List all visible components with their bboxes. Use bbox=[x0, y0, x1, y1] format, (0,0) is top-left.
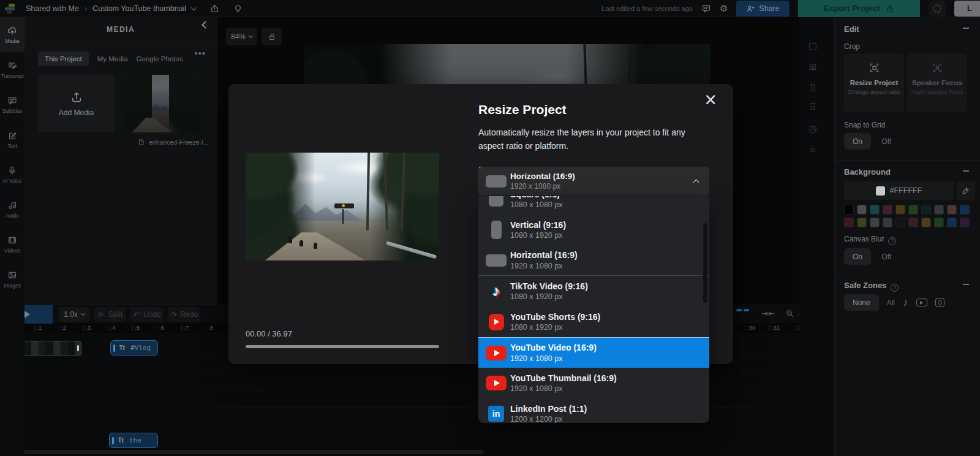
safe-zone-all-button[interactable]: All bbox=[887, 298, 895, 307]
snap-off-button[interactable]: Off bbox=[873, 133, 900, 150]
size-option[interactable]: Vertical (9:16) 1080 x 1920 px bbox=[478, 215, 709, 245]
blur-off-button[interactable]: Off bbox=[873, 248, 900, 265]
palette-swatch[interactable] bbox=[857, 205, 867, 215]
share-button[interactable]: Share bbox=[736, 1, 789, 17]
clip-handle[interactable] bbox=[113, 344, 115, 352]
sidebar-item-videos[interactable]: Videos bbox=[0, 227, 24, 262]
project-title[interactable]: Custom YouTube thumbnail bbox=[92, 4, 186, 13]
palette-swatch[interactable] bbox=[895, 205, 905, 215]
palette-swatch[interactable] bbox=[934, 205, 944, 215]
palette-swatch[interactable] bbox=[947, 218, 957, 227]
canvas-blur-label: Canvas Blur bbox=[844, 235, 975, 245]
fit-clips-icon[interactable]: ⇥⇤ bbox=[761, 309, 775, 318]
sidebar-item-transcript[interactable]: Transcript bbox=[0, 52, 24, 87]
palette-swatch[interactable] bbox=[895, 218, 905, 227]
chevron-down-icon[interactable] bbox=[191, 4, 197, 10]
eyedropper-button[interactable] bbox=[957, 181, 975, 200]
palette-swatch[interactable] bbox=[947, 205, 957, 215]
phone-icon[interactable]: ▯ bbox=[807, 81, 819, 93]
zoom-out-icon[interactable] bbox=[785, 309, 794, 318]
resize-project-card[interactable]: Resize Project Change aspect ratio bbox=[844, 54, 904, 112]
ruler-tick: :1 bbox=[34, 325, 59, 331]
palette-swatch[interactable] bbox=[844, 218, 854, 227]
playback-speed-dropdown[interactable]: 1.0x bbox=[59, 307, 89, 322]
timer-icon[interactable]: ◷ bbox=[807, 123, 819, 135]
text-layer-icon: Tt bbox=[119, 344, 125, 351]
upload-icon[interactable] bbox=[210, 4, 219, 13]
help-icon[interactable] bbox=[891, 284, 899, 292]
undo-button[interactable]: ↶Undo bbox=[130, 307, 164, 322]
kapwing-logo[interactable] bbox=[5, 3, 17, 14]
clip-handle[interactable] bbox=[112, 437, 114, 444]
document-icon[interactable]: ▢ bbox=[807, 40, 819, 52]
snap-on-button[interactable]: On bbox=[844, 133, 871, 150]
help-icon[interactable] bbox=[888, 237, 896, 245]
dropdown-scrollbar[interactable] bbox=[703, 223, 707, 303]
comments-icon[interactable] bbox=[701, 4, 711, 13]
text-clip-the[interactable]: Tt the bbox=[109, 433, 158, 448]
sidebar-item-text[interactable]: Text bbox=[0, 122, 24, 157]
blur-on-button[interactable]: On bbox=[844, 248, 871, 265]
safe-zone-none-button[interactable]: None bbox=[844, 294, 879, 311]
palette-swatch[interactable] bbox=[908, 218, 918, 227]
palette-swatch[interactable] bbox=[960, 218, 970, 227]
sidebar-item-ai-voice[interactable]: AI Voice bbox=[0, 157, 24, 192]
palette-swatch[interactable] bbox=[857, 218, 867, 227]
text-clip-vlog[interactable]: Tt #Vlog bbox=[110, 340, 158, 355]
size-option[interactable]: YouTube Thumbnail (16:9) 1920 x 1080 px bbox=[478, 368, 709, 398]
tab-this-project[interactable]: This Project bbox=[38, 51, 89, 66]
grid-icon[interactable]: ⠿ bbox=[807, 101, 819, 113]
user-avatar[interactable]: L bbox=[954, 1, 980, 17]
size-option[interactable]: Horizontal (16:9) 1920 x 1080 px bbox=[478, 245, 709, 276]
palette-swatch[interactable] bbox=[883, 218, 892, 227]
youtube-safe-zone-icon[interactable] bbox=[916, 298, 927, 306]
collapse-section-icon[interactable] bbox=[963, 170, 969, 172]
add-media-button[interactable]: Add Media bbox=[38, 75, 115, 132]
settings-gear-icon[interactable]: ⚙ bbox=[720, 3, 728, 14]
sidebar-item-subtitles[interactable]: Subtitles bbox=[0, 87, 24, 122]
size-option[interactable]: LinkedIn Post (1:1) 1200 x 1200 px bbox=[478, 398, 709, 423]
palette-swatch[interactable] bbox=[908, 205, 918, 215]
palette-swatch[interactable] bbox=[870, 218, 880, 227]
breadcrumb-root[interactable]: Shared with Me bbox=[26, 4, 79, 13]
size-select[interactable]: Horizontal (16:9) 1920 x 1080 px bbox=[478, 167, 709, 196]
sidebar-item-media[interactable]: Media bbox=[0, 17, 24, 52]
unlock-button[interactable] bbox=[262, 28, 282, 45]
speaker-focus-card[interactable]: Speaker Focus Apply speaker focus bbox=[907, 54, 967, 112]
collapse-panel-icon[interactable] bbox=[202, 21, 209, 29]
thumbnail-image bbox=[124, 75, 201, 132]
tiktok-safe-zone-icon[interactable] bbox=[903, 297, 908, 309]
color-hex-input[interactable]: #FFFFFF bbox=[844, 181, 954, 200]
palette-swatch[interactable] bbox=[960, 205, 970, 215]
palette-swatch[interactable] bbox=[934, 218, 944, 227]
tab-google-photos[interactable]: Google Photos bbox=[137, 51, 183, 66]
sidebar-item-images[interactable]: Images bbox=[0, 262, 24, 297]
magnetic-snap-icon[interactable] bbox=[735, 309, 750, 311]
crop-icon[interactable]: ⊞ bbox=[807, 61, 819, 73]
more-options-icon[interactable]: ••• bbox=[194, 48, 206, 58]
redo-button[interactable]: ↷Redo bbox=[168, 307, 200, 322]
media-thumbnail[interactable] bbox=[124, 75, 201, 132]
collapse-section-icon[interactable] bbox=[963, 28, 969, 29]
media-file-row[interactable]: enhanced-Freeze-I... bbox=[138, 139, 224, 146]
layers-icon[interactable]: ≡ bbox=[807, 143, 819, 155]
sidebar-item-audio[interactable]: Audio bbox=[0, 192, 24, 227]
palette-swatch[interactable] bbox=[883, 205, 892, 215]
size-option[interactable]: YouTube Video (16:9) 1920 x 1080 px bbox=[478, 337, 709, 368]
instagram-safe-zone-icon[interactable] bbox=[935, 298, 944, 307]
size-option[interactable]: TikTok Video (9:16) 1080 x 1920 px bbox=[478, 276, 709, 306]
palette-swatch[interactable] bbox=[870, 205, 880, 215]
zoom-level-dropdown[interactable]: 84% bbox=[226, 28, 257, 45]
split-button[interactable]: Split bbox=[94, 307, 126, 322]
size-option[interactable]: YouTube Shorts (9:16) 1080 x 1920 px bbox=[478, 306, 709, 337]
timeline-horizontal-scrollbar[interactable] bbox=[6, 450, 484, 454]
collapse-section-icon[interactable] bbox=[963, 284, 969, 285]
palette-swatch[interactable] bbox=[921, 218, 931, 227]
export-project-button[interactable]: Export Project bbox=[798, 0, 920, 17]
palette-swatch[interactable] bbox=[921, 205, 931, 215]
preview-progress-bar[interactable] bbox=[246, 345, 439, 348]
tab-my-media[interactable]: My Media bbox=[97, 51, 128, 66]
palette-swatch[interactable] bbox=[844, 205, 854, 215]
size-option[interactable]: Square (1:1) 1080 x 1080 px bbox=[478, 196, 709, 215]
lightbulb-icon[interactable] bbox=[233, 4, 243, 13]
